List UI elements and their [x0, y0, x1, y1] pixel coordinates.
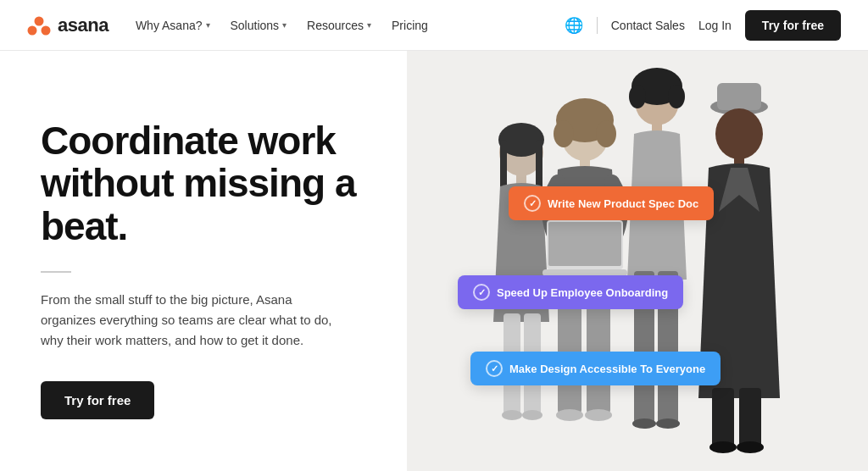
- check-icon: ✓: [486, 360, 503, 377]
- svg-point-26: [629, 85, 646, 108]
- nav-link-pricing[interactable]: Pricing: [392, 19, 428, 32]
- hero-right: ✓ Write New Product Spec Doc ✓ Speed Up …: [407, 51, 868, 471]
- nav-divider: [597, 17, 598, 34]
- task-badge-orange: ✓ Write New Product Spec Doc: [509, 186, 714, 220]
- nav-link-solutions[interactable]: Solutions ▾: [231, 19, 287, 32]
- svg-point-23: [585, 409, 612, 421]
- svg-point-22: [556, 409, 583, 421]
- svg-point-1: [28, 25, 37, 35]
- svg-point-0: [35, 16, 44, 25]
- contact-sales-link[interactable]: Contact Sales: [611, 19, 685, 32]
- svg-point-31: [632, 418, 656, 429]
- nav-link-why-asana[interactable]: Why Asana? ▾: [136, 19, 210, 32]
- svg-point-10: [502, 410, 522, 420]
- svg-point-40: [737, 441, 764, 453]
- logo-text: asana: [58, 14, 108, 36]
- navbar: asana Why Asana? ▾ Solutions ▾ Resources…: [0, 0, 868, 51]
- chevron-down-icon: ▾: [206, 20, 210, 30]
- hero-title: Coordinate work without missing a beat.: [41, 119, 366, 248]
- try-for-free-hero-button[interactable]: Try for free: [41, 381, 154, 419]
- svg-rect-37: [712, 388, 734, 447]
- nav-link-resources[interactable]: Resources ▾: [307, 19, 371, 32]
- chevron-down-icon: ▾: [367, 20, 371, 30]
- svg-point-15: [596, 120, 616, 147]
- people-illustration: [407, 51, 868, 471]
- try-for-free-nav-button[interactable]: Try for free: [745, 10, 841, 41]
- login-link[interactable]: Log In: [698, 19, 732, 32]
- globe-icon[interactable]: 🌐: [565, 16, 583, 35]
- hero-left: Coordinate work without missing a beat. …: [0, 51, 407, 471]
- svg-point-27: [668, 85, 685, 108]
- svg-point-2: [42, 25, 51, 35]
- hero-description: From the small stuff to the big picture,…: [41, 290, 346, 351]
- svg-point-11: [522, 410, 542, 420]
- svg-point-39: [709, 441, 737, 453]
- svg-point-32: [656, 418, 680, 429]
- nav-left: asana Why Asana? ▾ Solutions ▾ Resources…: [27, 14, 428, 37]
- svg-rect-18: [548, 222, 621, 266]
- nav-right: 🌐 Contact Sales Log In Try for free: [565, 10, 841, 41]
- task-badge-blue: ✓ Make Design Accessible To Everyone: [470, 352, 721, 385]
- svg-rect-38: [739, 388, 761, 447]
- svg-point-14: [554, 120, 574, 147]
- asana-logo-icon: [27, 14, 51, 37]
- svg-point-35: [715, 108, 763, 159]
- task-badge-purple: ✓ Speed Up Employee Onboarding: [458, 275, 683, 309]
- logo[interactable]: asana: [27, 14, 108, 37]
- nav-links: Why Asana? ▾ Solutions ▾ Resources ▾ Pri…: [136, 19, 428, 32]
- check-icon: ✓: [524, 195, 541, 212]
- chevron-down-icon: ▾: [282, 20, 287, 30]
- check-icon: ✓: [473, 284, 490, 301]
- svg-rect-34: [717, 83, 761, 110]
- main-content: Coordinate work without missing a beat. …: [0, 51, 868, 471]
- hero-divider: [41, 271, 71, 273]
